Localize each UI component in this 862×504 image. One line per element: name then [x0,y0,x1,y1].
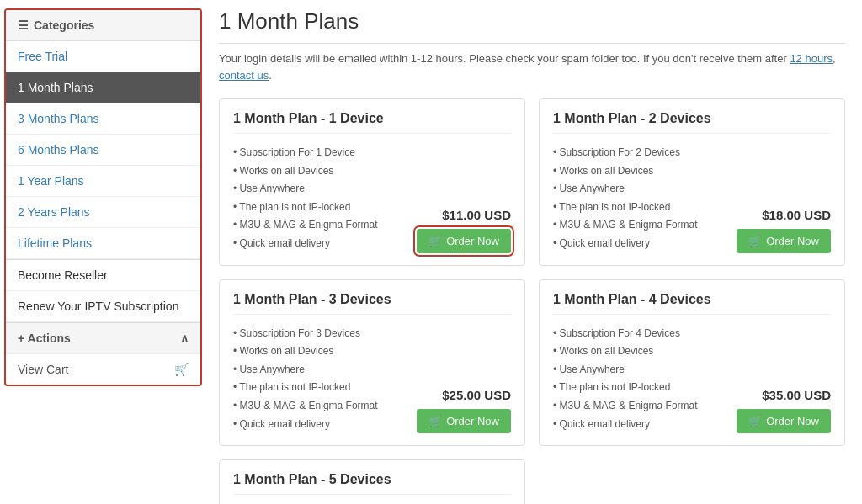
sidebar-header: ☰ Categories [6,10,200,41]
feature-item: M3U & MAG & Enigma Format [233,216,378,235]
sidebar-item-become-reseller[interactable]: Become Reseller [6,260,200,291]
sidebar-item-1-month-plans[interactable]: 1 Month Plans [6,72,200,103]
plan-4-devices-price: $35.00 USD [762,388,831,402]
feature-item: Use Anywhere [233,361,378,379]
cart-btn-icon: 🛒 [428,415,442,427]
sidebar-item-6-months-plans[interactable]: 6 Months Plans [6,135,200,166]
plan-4-devices-price-order: $35.00 USD 🛒 Order Now [730,388,831,433]
plan-3-devices-features: Subscription For 3 Devices Works on all … [233,325,378,434]
sidebar-actions-header: + Actions [6,322,200,354]
plan-card-2-devices: 1 Month Plan - 2 Devices Subscription Fo… [539,98,845,266]
feature-item: The plan is not IP-locked [233,199,378,217]
plan-card-1-device: 1 Month Plan - 1 Device Subscription For… [219,98,525,266]
order-btn-label: Order Now [766,235,819,247]
plan-2-devices-price-order: $18.00 USD 🛒 Order Now [730,208,831,253]
feature-item: Use Anywhere [553,361,698,379]
plan-2-devices-features: Subscription For 2 Devices Works on all … [553,144,698,253]
sidebar-item-lifetime-plans[interactable]: Lifetime Plans [6,228,200,259]
order-now-button-2-devices[interactable]: 🛒 Order Now [737,229,831,253]
actions-label: + Actions [18,332,71,345]
sidebar: ☰ Categories Free Trial 1 Month Plans 3 … [4,8,202,386]
feature-item: The plan is not IP-locked [553,379,698,397]
plan-1-device-title: 1 Month Plan - 1 Device [233,111,511,134]
sidebar-header-label: Categories [34,19,94,32]
plan-1-device-features: Subscription For 1 Device Works on all D… [233,144,378,253]
order-btn-label: Order Now [766,415,819,427]
feature-item: The plan is not IP-locked [553,199,698,217]
page-subtitle: Your login details will be emailed withi… [219,50,845,83]
feature-item: Use Anywhere [553,180,698,199]
order-now-button-3-devices[interactable]: 🛒 Order Now [417,409,511,433]
plan-4-devices-body: Subscription For 4 Devices Works on all … [553,325,831,434]
plan-card-5-devices: 1 Month Plan - 5 Devices Subscription Fo… [219,459,525,504]
plan-card-4-devices: 1 Month Plan - 4 Devices Subscription Fo… [539,279,845,447]
plan-3-devices-price-order: $25.00 USD 🛒 Order Now [410,388,511,433]
plan-3-devices-title: 1 Month Plan - 3 Devices [233,292,511,315]
feature-item: Quick email delivery [233,416,378,434]
feature-item: The plan is not IP-locked [233,379,378,397]
plans-grid: 1 Month Plan - 1 Device Subscription For… [219,98,845,504]
view-cart-label: View Cart [18,363,68,376]
plan-1-device-price: $11.00 USD [442,208,511,222]
cart-btn-icon: 🛒 [748,235,762,247]
feature-item: M3U & MAG & Enigma Format [553,216,698,235]
feature-item: Works on all Devices [233,342,378,361]
cart-btn-icon: 🛒 [748,415,762,427]
contact-us-link[interactable]: contact us [219,69,269,82]
plan-4-devices-features: Subscription For 4 Devices Works on all … [553,325,698,434]
sidebar-item-free-trial[interactable]: Free Trial [6,41,200,72]
plan-4-devices-title: 1 Month Plan - 4 Devices [553,292,831,315]
feature-item: Subscription For 2 Devices [553,144,698,162]
order-now-button-4-devices[interactable]: 🛒 Order Now [737,409,831,433]
plan-3-devices-price: $25.00 USD [442,388,511,402]
sidebar-item-3-months-plans[interactable]: 3 Months Plans [6,103,200,135]
feature-item: M3U & MAG & Enigma Format [233,397,378,416]
sidebar-item-renew-subscription[interactable]: Renew Your IPTV Subscription [6,291,200,322]
categories-icon: ☰ [18,19,29,32]
feature-item: Subscription For 1 Device [233,144,378,162]
feature-item: Quick email delivery [553,235,698,253]
order-btn-label: Order Now [446,415,499,427]
view-cart-item[interactable]: View Cart 🛒 [6,354,200,385]
order-now-button-1-device[interactable]: 🛒 Order Now [417,229,511,253]
main-content: 1 Month Plans Your login details will be… [202,0,862,504]
feature-item: Quick email delivery [233,235,378,253]
feature-item: Subscription For 4 Devices [553,325,698,343]
plan-1-device-price-order: $11.00 USD 🛒 Order Now [410,208,511,253]
sidebar-item-1-year-plans[interactable]: 1 Year Plans [6,166,200,197]
cart-icon: 🛒 [174,363,189,376]
plan-5-devices-title: 1 Month Plan - 5 Devices [233,472,511,495]
plan-2-devices-body: Subscription For 2 Devices Works on all … [553,144,831,253]
page-title: 1 Month Plans [219,8,845,44]
feature-item: M3U & MAG & Enigma Format [553,397,698,416]
feature-item: Subscription For 3 Devices [233,325,378,343]
feature-item: Use Anywhere [233,180,378,199]
plan-1-device-body: Subscription For 1 Device Works on all D… [233,144,511,253]
feature-item: Works on all Devices [553,162,698,181]
chevron-up-icon [180,332,189,345]
plan-card-3-devices: 1 Month Plan - 3 Devices Subscription Fo… [219,279,525,447]
feature-item: Quick email delivery [553,416,698,434]
order-btn-label: Order Now [446,235,499,247]
sidebar-item-2-years-plans[interactable]: 2 Years Plans [6,197,200,228]
feature-item: Works on all Devices [233,162,378,181]
plan-2-devices-title: 1 Month Plan - 2 Devices [553,111,831,134]
feature-item: Works on all Devices [553,342,698,361]
cart-btn-icon: 🛒 [428,235,442,247]
12-hours-link[interactable]: 12 hours [790,52,833,65]
plan-2-devices-price: $18.00 USD [762,208,831,222]
plan-3-devices-body: Subscription For 3 Devices Works on all … [233,325,511,434]
